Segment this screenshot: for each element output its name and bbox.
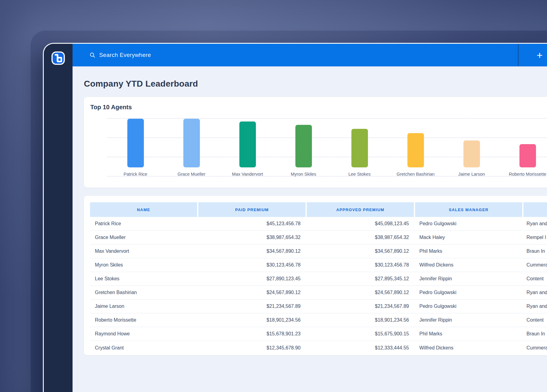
cell-sales-manager: Phil Marks: [415, 331, 522, 337]
x-category-label: Max Vandervort: [232, 172, 263, 177]
cell-paid-premium: $15,678,901.23: [198, 331, 305, 337]
page-title: Company YTD Leaderboard: [84, 79, 547, 89]
cell-sales-manager: Jennifer Rippin: [415, 276, 522, 282]
cell-sales-manager: Mack Haley: [415, 235, 522, 240]
x-category-label: Roberto Morissette: [509, 172, 546, 177]
chart-title: Top 10 Agents: [90, 104, 547, 111]
chart-bar[interactable]: [239, 121, 256, 167]
table-body: Patrick Rice $45,123,456.78 $45,098,123.…: [90, 217, 547, 355]
add-button[interactable]: +: [530, 44, 547, 66]
chart-slot: Lee Stokes: [332, 119, 388, 177]
table-header-cell[interactable]: APPROVED PREMIUM: [307, 202, 414, 217]
cell-agency: Content: [523, 276, 547, 282]
chart-bar[interactable]: [127, 119, 144, 167]
cell-paid-premium: $18,901,234.56: [198, 317, 305, 323]
table-row: Raymond Howe $15,678,901.23 $15,675,900.…: [90, 327, 547, 341]
chart-bar[interactable]: [351, 129, 368, 167]
cell-sales-manager: Pedro Gulgowski: [415, 304, 522, 309]
x-category-label: Lee Stokes: [348, 172, 371, 177]
x-category-label: Grace Mueller: [178, 172, 205, 177]
search-icon: [89, 52, 96, 58]
chart-slot: Gretchen Bashirian: [388, 119, 444, 177]
search-input[interactable]: Search Everywhere: [89, 52, 151, 58]
cell-agency: Cummera: [523, 345, 547, 351]
cell-approved-premium: $45,098,123.45: [307, 221, 414, 226]
table-row: Lee Stokes $27,890,123.45 $27,895,345.12…: [90, 272, 547, 286]
table-row: Roberto Morissette $18,901,234.56 $18,90…: [90, 313, 547, 327]
cell-approved-premium: $15,675,900.15: [307, 331, 414, 337]
chart-bar[interactable]: [463, 140, 480, 167]
table-row: Jaime Larson $21,234,567.89 $21,234,567.…: [90, 300, 547, 313]
cell-paid-premium: $27,890,123.45: [198, 276, 305, 282]
cell-approved-premium: $12,333,444.55: [307, 345, 414, 351]
x-category-label: Jaime Larson: [458, 172, 485, 177]
cell-sales-manager: Pedro Gulgowski: [415, 290, 522, 295]
chart-bar[interactable]: [407, 133, 424, 167]
cell-agency: Braun In: [523, 331, 547, 337]
cell-paid-premium: $21,234,567.89: [198, 304, 305, 309]
cell-approved-premium: $21,234,567.89: [307, 304, 414, 309]
cell-agency: Cummera: [523, 262, 547, 268]
table-header-cell[interactable]: PAID PREMIUM: [198, 202, 305, 217]
cell-name: Roberto Morissette: [90, 317, 197, 323]
chart-slot: Jaime Larson: [444, 119, 500, 177]
x-category-label: Patrick Rice: [124, 172, 147, 177]
cell-approved-premium: $34,567,890.12: [307, 248, 414, 254]
cell-agency: Rempel I: [523, 235, 547, 240]
cell-paid-premium: $12,345,678.90: [198, 345, 305, 351]
window-body: Search Everywhere + Company YTD Leaderbo…: [73, 44, 547, 392]
cell-paid-premium: $24,567,890.12: [198, 290, 305, 295]
cell-agency: Content: [523, 317, 547, 323]
cell-name: Patrick Rice: [90, 221, 197, 226]
chart-bars: Patrick Rice Grace Mueller Max Vandervor…: [107, 119, 547, 177]
table-header-cell[interactable]: NAME: [90, 202, 197, 217]
bar-chart: $6k$4k$2k0 Patrick Rice Grace Mueller Ma…: [90, 116, 547, 187]
chart-slot: Patrick Rice: [107, 119, 163, 177]
cell-approved-premium: $38,987,654.32: [307, 235, 414, 240]
x-category-label: Gretchen Bashirian: [396, 172, 434, 177]
desktop-background: Search Everywhere + Company YTD Leaderbo…: [0, 0, 547, 392]
cell-approved-premium: $18,901,234.56: [307, 317, 414, 323]
app-window: Search Everywhere + Company YTD Leaderbo…: [44, 44, 547, 392]
cell-approved-premium: $27,895,345.12: [307, 276, 414, 282]
header-divider: [518, 44, 519, 66]
search-placeholder: Search Everywhere: [99, 52, 151, 58]
chart-bar[interactable]: [295, 125, 312, 167]
cell-agency: Ryan and: [523, 304, 547, 309]
cell-name: Grace Mueller: [90, 235, 197, 240]
table-row: Grace Mueller $38,987,654.32 $38,987,654…: [90, 231, 547, 245]
logo-icon[interactable]: [51, 51, 65, 65]
cell-agency: Ryan and: [523, 290, 547, 295]
chart-slot: Roberto Morissette: [500, 119, 547, 177]
chart-slot: Myron Skiles: [275, 119, 332, 177]
chart-bar[interactable]: [519, 144, 536, 167]
app-header: Search Everywhere +: [73, 44, 547, 66]
main-content: Company YTD Leaderboard Top 10 Agents $6…: [73, 66, 547, 392]
cell-name: Gretchen Bashirian: [90, 290, 197, 295]
table-header-cell[interactable]: [523, 202, 547, 217]
table-header-cell[interactable]: SALES MANAGER: [415, 202, 522, 217]
cell-name: Myron Skiles: [90, 262, 197, 268]
sidebar: [44, 44, 73, 392]
chart-slot: Max Vandervort: [219, 119, 275, 177]
chart-slot: Grace Mueller: [163, 119, 219, 177]
cell-approved-premium: $24,567,890.12: [307, 290, 414, 295]
leaderboard-table: NAMEPAID PREMIUMAPPROVED PREMIUMSALES MA…: [84, 196, 547, 355]
table-row: Max Vandervort $34,567,890.12 $34,567,89…: [90, 245, 547, 258]
cell-paid-premium: $34,567,890.12: [198, 248, 305, 254]
cell-name: Max Vandervort: [90, 248, 197, 254]
cell-agency: Ryan and: [523, 221, 547, 226]
cell-sales-manager: Wilfred Dickens: [415, 345, 522, 351]
table-row: Crystal Grant $12,345,678.90 $12,333,444…: [90, 341, 547, 355]
cell-paid-premium: $38,987,654.32: [198, 235, 305, 240]
table-row: Patrick Rice $45,123,456.78 $45,098,123.…: [90, 217, 547, 231]
chart-card: Top 10 Agents $6k$4k$2k0 Patrick Rice Gr…: [84, 97, 547, 188]
cell-name: Crystal Grant: [90, 345, 197, 351]
chart-bar[interactable]: [183, 119, 200, 167]
cell-approved-premium: $30,123,456.78: [307, 262, 414, 268]
cell-agency: Braun In: [523, 248, 547, 254]
cell-name: Jaime Larson: [90, 304, 197, 309]
cell-name: Lee Stokes: [90, 276, 197, 282]
cell-sales-manager: Wilfred Dickens: [415, 262, 522, 268]
cell-paid-premium: $30,123,456.78: [198, 262, 305, 268]
